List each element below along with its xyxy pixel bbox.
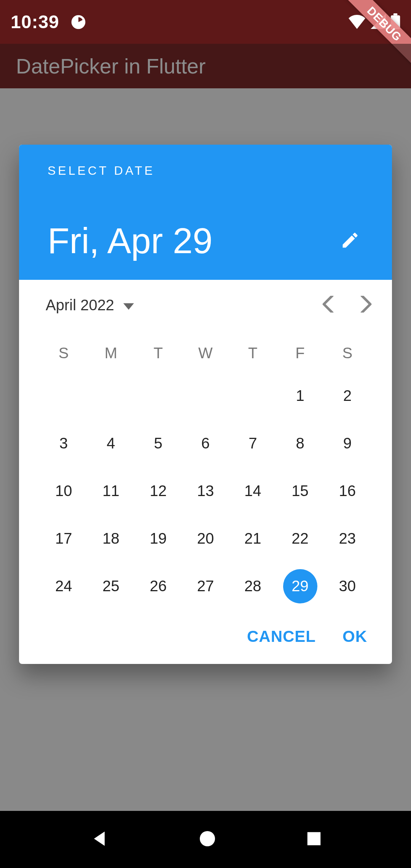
calendar-day-cell[interactable]: 24 — [46, 569, 81, 603]
chevron-right-icon — [360, 296, 372, 314]
calendar-week-row: 12 — [40, 372, 371, 420]
calendar-day-cell[interactable]: 27 — [188, 569, 223, 603]
calendar-day-cell[interactable]: 11 — [94, 474, 128, 508]
dialog-actions: CANCEL OK — [19, 610, 392, 664]
weekday-header-cell: T — [141, 336, 175, 370]
calendar-week-row: 10111213141516 — [40, 467, 371, 515]
calendar-empty-cell — [141, 379, 175, 413]
ok-button[interactable]: OK — [342, 627, 367, 646]
calendar-empty-cell — [46, 379, 81, 413]
calendar-day-cell[interactable]: 26 — [141, 569, 175, 603]
pencil-icon — [340, 230, 360, 252]
calendar-empty-cell — [94, 379, 128, 413]
weekday-header-row: SMTWTFS — [40, 334, 371, 372]
calendar-day-cell[interactable]: 18 — [94, 522, 128, 556]
calendar-grid: SMTWTFS 12345678910111213141516171819202… — [19, 330, 392, 610]
calendar-day-cell[interactable]: 20 — [188, 522, 223, 556]
prev-month-button[interactable] — [309, 290, 347, 320]
calendar-day-cell[interactable]: 5 — [141, 426, 175, 461]
calendar-week-row: 3456789 — [40, 420, 371, 467]
android-nav-bar — [0, 811, 411, 868]
calendar-day-cell[interactable]: 30 — [330, 569, 365, 603]
calendar-day-cell[interactable]: 14 — [236, 474, 270, 508]
datepicker-dialog: SELECT DATE Fri, Apr 29 April 2022 — [19, 145, 392, 664]
wifi-icon — [348, 14, 366, 30]
svg-rect-2 — [393, 13, 398, 15]
edit-date-button[interactable] — [335, 226, 365, 256]
weekday-header-cell: F — [283, 336, 317, 370]
calendar-day-cell[interactable]: 12 — [141, 474, 175, 508]
calendar-day-cell[interactable]: 25 — [94, 569, 128, 603]
month-year-selector[interactable]: April 2022 — [46, 297, 134, 314]
nav-home-button[interactable] — [198, 830, 217, 849]
calendar-day-cell[interactable]: 17 — [46, 522, 81, 556]
month-navigation: April 2022 — [19, 280, 392, 330]
status-time: 10:39 — [11, 11, 59, 32]
calendar-day-cell[interactable]: 6 — [188, 426, 223, 461]
weekday-header-cell: S — [330, 336, 365, 370]
nav-recent-button[interactable] — [305, 830, 323, 849]
calendar-day-cell[interactable]: 7 — [236, 426, 270, 461]
selected-date-text: Fri, Apr 29 — [48, 220, 213, 262]
calendar-day-cell[interactable]: 29 — [283, 569, 317, 603]
nav-back-button[interactable] — [89, 828, 110, 851]
weekday-header-cell: S — [46, 336, 81, 370]
calendar-day-cell[interactable]: 8 — [283, 426, 317, 461]
calendar-day-cell[interactable]: 1 — [283, 379, 317, 413]
calendar-day-cell[interactable]: 21 — [236, 522, 270, 556]
calendar-day-cell[interactable]: 4 — [94, 426, 128, 461]
calendar-day-cell[interactable]: 9 — [330, 426, 365, 461]
header-label: SELECT DATE — [48, 164, 365, 178]
svg-rect-4 — [307, 832, 320, 846]
weekday-header-cell: W — [188, 336, 223, 370]
status-bar: 10:39 — [0, 0, 411, 44]
cancel-button[interactable]: CANCEL — [247, 627, 316, 646]
next-month-button[interactable] — [347, 290, 385, 320]
calendar-day-cell[interactable]: 13 — [188, 474, 223, 508]
calendar-week-row: 24252627282930 — [40, 562, 371, 610]
svg-point-3 — [200, 831, 215, 846]
calendar-day-cell[interactable]: 15 — [283, 474, 317, 508]
calendar-day-cell[interactable]: 22 — [283, 522, 317, 556]
calendar-day-cell[interactable]: 19 — [141, 522, 175, 556]
datepicker-header: SELECT DATE Fri, Apr 29 — [19, 145, 392, 280]
weekday-header-cell: M — [94, 336, 128, 370]
calendar-empty-cell — [236, 379, 270, 413]
calendar-day-cell[interactable]: 2 — [330, 379, 365, 413]
calendar-day-cell[interactable]: 10 — [46, 474, 81, 508]
timer-icon — [70, 14, 87, 30]
calendar-empty-cell — [188, 379, 223, 413]
dropdown-icon — [123, 297, 134, 314]
calendar-day-cell[interactable]: 16 — [330, 474, 365, 508]
calendar-week-row: 17181920212223 — [40, 515, 371, 562]
calendar-day-cell[interactable]: 3 — [46, 426, 81, 461]
weekday-header-cell: T — [236, 336, 270, 370]
month-year-label: April 2022 — [46, 297, 114, 314]
calendar-day-cell[interactable]: 28 — [236, 569, 270, 603]
calendar-day-cell[interactable]: 23 — [330, 522, 365, 556]
chevron-left-icon — [322, 296, 334, 314]
